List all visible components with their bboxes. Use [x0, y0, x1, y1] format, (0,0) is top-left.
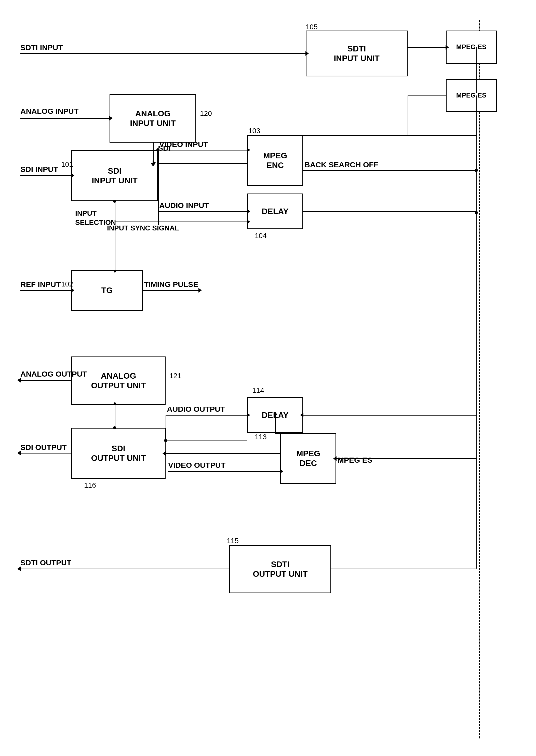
box-tg: TG [71, 270, 143, 311]
line-delay-top-right [303, 211, 476, 212]
line-enc-v-right [408, 95, 408, 135]
arrow-sdi-output [20, 453, 71, 454]
box-mpeg-es-2: MPEG ES [446, 79, 497, 112]
box-delay-top: DELAY [247, 194, 303, 229]
arrow-sdti-exit [408, 47, 446, 48]
line-es-to-dec-h [336, 458, 476, 459]
arrow-to-tg [115, 260, 116, 270]
box-analog-input: ANALOGINPUT UNIT [110, 94, 196, 142]
line-sdi-out-right [166, 441, 247, 441]
line-enc-to-es2 [408, 95, 446, 96]
line-enc-to-right [408, 135, 476, 136]
label-121: 121 [169, 372, 182, 380]
box-mpeg-dec: MPEGDEC [280, 433, 336, 484]
line-sdi-out-split [166, 415, 166, 441]
arrow-delay-bottom-from-right [303, 415, 476, 416]
box-sdi-input: SDIINPUT UNIT [71, 150, 158, 201]
arrow-sdi-input [20, 175, 71, 176]
line-analog-to-sdi [153, 142, 153, 164]
label-104: 104 [255, 232, 267, 240]
label-105: 105 [306, 23, 318, 31]
label-103: 103 [249, 127, 260, 135]
label-120: 120 [200, 110, 212, 118]
label-114: 114 [252, 387, 264, 395]
label-sdi-input: SDI INPUT [20, 165, 58, 173]
box-mpeg-es-1: MPEG ES [446, 31, 497, 64]
diagram: SDTIINPUT UNIT 105 SDTI INPUT ANALOGINPU… [0, 0, 536, 756]
arrow-ref-input [20, 290, 71, 291]
label-video-output: VIDEO OUTPUT [168, 461, 225, 470]
label-back-search-off: BACK SEARCH OFF [304, 160, 378, 169]
label-101: 101 [61, 160, 73, 169]
label-video-input: VIDEO INPUT [159, 140, 208, 149]
box-sdti-input: SDTIINPUT UNIT [306, 31, 408, 77]
box-mpeg-enc: MPEGENC [247, 135, 303, 186]
arrow-video-output [168, 471, 280, 472]
label-sdi-output: SDI OUTPUT [20, 443, 67, 452]
label-timing-pulse: TIMING PULSE [144, 280, 198, 289]
line-to-analog-out-v [115, 405, 116, 428]
arrow-sdti-input [20, 53, 306, 54]
line-enc-h-right [303, 135, 408, 136]
label-audio-input: AUDIO INPUT [159, 201, 209, 210]
arrow-audio-output-label [166, 415, 247, 416]
arrow-input-sync-right [158, 222, 247, 222]
arrow-to-delay-bottom [275, 415, 276, 433]
dashed-boundary-line [479, 20, 480, 739]
line-right-to-sdti [476, 458, 477, 569]
label-mpeg-es-dec: MPEG ES [338, 456, 372, 464]
label-audio-output: AUDIO OUTPUT [167, 405, 225, 414]
box-analog-output: ANALOGOUTPUT UNIT [71, 357, 166, 405]
arrow-sdti-output [20, 569, 229, 569]
label-116: 116 [84, 481, 96, 489]
dot-sdi-bottom [113, 200, 116, 203]
line-delay-to-mpegdec-h [275, 433, 281, 434]
label-115: 115 [227, 537, 239, 545]
label-sdti-output: SDTI OUTPUT [20, 558, 71, 567]
line-right-main [476, 47, 477, 93]
arrow-to-video [158, 150, 247, 150]
label-ref-input: REF INPUT [20, 280, 61, 289]
arrow-analog-input [20, 118, 110, 119]
box-sdi-output: SDIOUTPUT UNIT [71, 428, 166, 479]
label-input-sync: INPUT SYNC SIGNAL [107, 224, 179, 232]
line-back-search [303, 170, 476, 171]
arrow-timing-pulse [143, 290, 199, 291]
label-analog-input: ANALOG INPUT [20, 107, 79, 115]
sdi-out-h [158, 163, 247, 164]
line-sdti-out-to-right [331, 569, 476, 569]
sdi-out-v-split [158, 150, 159, 225]
line-delay-top-down-right [476, 170, 477, 451]
arrow-video-to-sdi-out [166, 453, 280, 454]
label-analog-output: ANALOG OUTPUT [20, 370, 87, 378]
arrow-analog-output [20, 380, 71, 381]
label-102: 102 [61, 280, 73, 288]
label-sdti-input: SDTI INPUT [20, 43, 63, 52]
label-113: 113 [255, 433, 267, 441]
box-sdti-output: SDTIOUTPUT UNIT [229, 545, 331, 593]
arrow-to-audio [158, 211, 247, 212]
